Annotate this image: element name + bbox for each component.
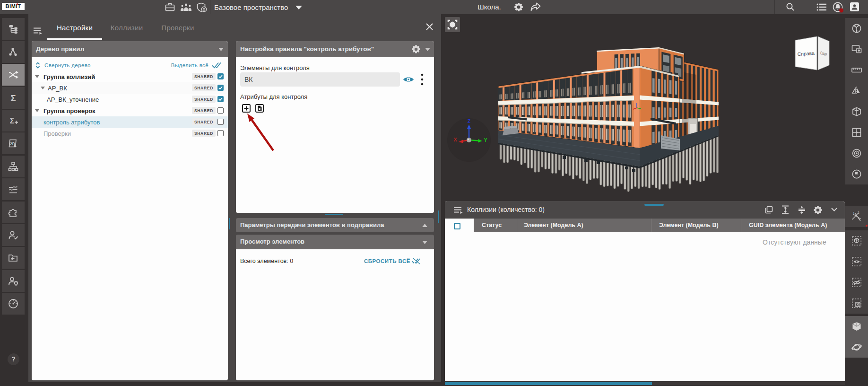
- svg-text:Справа: Справа: [797, 50, 815, 57]
- svg-text:1: 1: [853, 211, 855, 215]
- svg-text:Σ: Σ: [10, 117, 15, 125]
- svg-text:Σ: Σ: [10, 93, 16, 103]
- svg-text:Z: Z: [468, 119, 470, 124]
- svg-text:Y: Y: [484, 138, 487, 143]
- svg-text:X: X: [454, 137, 457, 142]
- svg-text:2: 2: [858, 211, 859, 214]
